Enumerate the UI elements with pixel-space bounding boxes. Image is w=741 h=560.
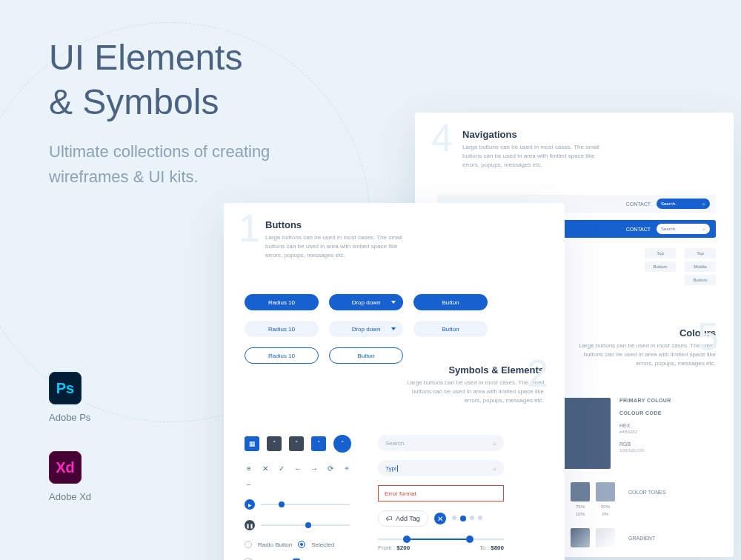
pct: 0%: [596, 512, 615, 516]
button-radius10[interactable]: Radius 10: [245, 294, 319, 310]
button-radius10[interactable]: Radius 10: [245, 321, 319, 337]
app-label: Adobe Ps: [49, 412, 90, 423]
chevron-down-icon[interactable]: ˅: [311, 436, 326, 451]
button-dropdown[interactable]: Drop down: [329, 294, 403, 310]
minus-icon[interactable]: −: [245, 481, 253, 489]
rgb-label: RGB: [619, 441, 671, 447]
pill-bottom[interactable]: Bottom: [685, 275, 716, 285]
refresh-icon[interactable]: ⟳: [326, 464, 335, 473]
pagination-dots[interactable]: [452, 516, 482, 521]
section-number: 5: [697, 314, 719, 359]
slider[interactable]: [261, 524, 350, 526]
square-icon[interactable]: ▦: [245, 436, 259, 451]
page-title: UI Elements & Symbols: [49, 36, 270, 124]
gradient-swatch: [571, 528, 590, 547]
section-title: Buttons: [265, 219, 488, 230]
xd-icon: Xd: [49, 451, 82, 484]
add-tag-button[interactable]: 🏷 Add Tag: [378, 510, 428, 527]
button-generic[interactable]: Button: [329, 347, 403, 364]
gradient-label: GRADIENT: [628, 536, 655, 541]
chevron-down-icon[interactable]: ˅: [333, 435, 351, 453]
search-icon: ⌕: [493, 465, 496, 472]
close-icon[interactable]: ✕: [261, 464, 270, 473]
radio-label: Radio Button: [258, 541, 292, 548]
photoshop-icon: Ps: [49, 372, 82, 404]
pause-button[interactable]: ❚❚: [245, 520, 255, 530]
search-icon: ⌕: [702, 201, 705, 206]
arrow-right-icon[interactable]: →: [310, 464, 319, 473]
button-dropdown[interactable]: Drop down: [329, 321, 403, 337]
tag-icon: 🏷: [386, 515, 393, 522]
radio-label: Selected: [311, 541, 334, 548]
plus-icon[interactable]: ＋: [342, 463, 351, 473]
chevron-down-icon[interactable]: ˅: [267, 436, 282, 451]
section-number: 1: [239, 206, 260, 250]
meta-primary: PRIMARY COLOUR: [619, 398, 671, 403]
sheet-front: 1 Buttons Large buttons can be used in m…: [224, 203, 565, 560]
text-input[interactable]: Typi ⌕: [378, 460, 504, 476]
meta-code: COLOUR CODE: [619, 410, 671, 416]
pill-middle[interactable]: Middle: [685, 261, 716, 272]
section-number: 2: [527, 351, 548, 396]
app-xd: Xd Adobe Xd: [49, 451, 91, 502]
search-input[interactable]: Search ⌕: [378, 435, 504, 451]
hex-label: HEX: [619, 423, 671, 428]
section-desc: Large buttons can be used in most cases.…: [568, 341, 716, 368]
search-input[interactable]: Search.. ⌕: [657, 199, 710, 209]
slider[interactable]: [261, 504, 350, 505]
hero: UI Elements & Symbols Ultimate collectio…: [49, 36, 270, 190]
button-generic[interactable]: Button: [413, 321, 488, 337]
app-photoshop: Ps Adobe Ps: [49, 372, 91, 423]
check-icon[interactable]: ✓: [277, 464, 286, 473]
play-button[interactable]: ▶: [245, 499, 255, 510]
section-buttons: 1 Buttons Large buttons can be used in m…: [245, 219, 488, 364]
section-desc: Large buttons can be used in most cases.…: [462, 143, 611, 170]
section-title: Symbols & Elements: [245, 364, 544, 376]
tone-swatch: [571, 482, 590, 501]
chevron-down-icon[interactable]: ˅: [289, 436, 304, 451]
pill-top[interactable]: Top: [685, 248, 716, 259]
error-input[interactable]: Error format: [378, 485, 504, 501]
search-icon: ⌕: [702, 227, 705, 231]
remove-tag-button[interactable]: ✕: [434, 513, 446, 524]
radio-icon[interactable]: [298, 541, 305, 548]
rgb-value: 100/120/150: [619, 448, 671, 453]
pct: 10%: [571, 512, 590, 516]
page-subtitle: Ultimate collections of creating wirefra…: [49, 139, 270, 190]
pill-bottom[interactable]: Bottom: [645, 261, 676, 272]
button-radius10[interactable]: Radius 10: [245, 347, 319, 364]
nav-link[interactable]: CONTACT: [626, 201, 651, 207]
app-label: Adobe Xd: [49, 491, 91, 502]
arrow-left-icon[interactable]: ←: [293, 464, 302, 473]
section-title: Colours: [545, 327, 716, 339]
radio-icon[interactable]: [245, 541, 252, 548]
section-desc: Large buttons can be used in most cases.…: [396, 379, 544, 405]
tones-label: COLOR TONES: [628, 490, 666, 495]
section-desc: Large buttons can be used in most cases.…: [265, 233, 413, 260]
section-colours: 5 Colours Large buttons can be used in m…: [545, 327, 716, 547]
section-title: Navigations: [462, 129, 716, 140]
tone-swatch: [596, 482, 615, 501]
search-input[interactable]: Search.. ⌕: [657, 224, 710, 234]
section-symbols: 2 Symbols & Elements Large buttons can b…: [245, 364, 544, 560]
section-number: 4: [431, 116, 453, 160]
pill-top[interactable]: Top: [645, 248, 676, 259]
hex-value: #4B6282: [619, 430, 671, 434]
menu-icon[interactable]: ≡: [245, 464, 253, 473]
gradient-swatch: [596, 528, 615, 547]
pct: 50%: [596, 504, 615, 509]
nav-link[interactable]: CONTACT: [626, 227, 651, 232]
range-slider[interactable]: [378, 539, 504, 540]
pct: 75%: [571, 504, 590, 509]
search-icon: ⌕: [493, 440, 496, 447]
button-generic[interactable]: Button: [413, 294, 488, 310]
